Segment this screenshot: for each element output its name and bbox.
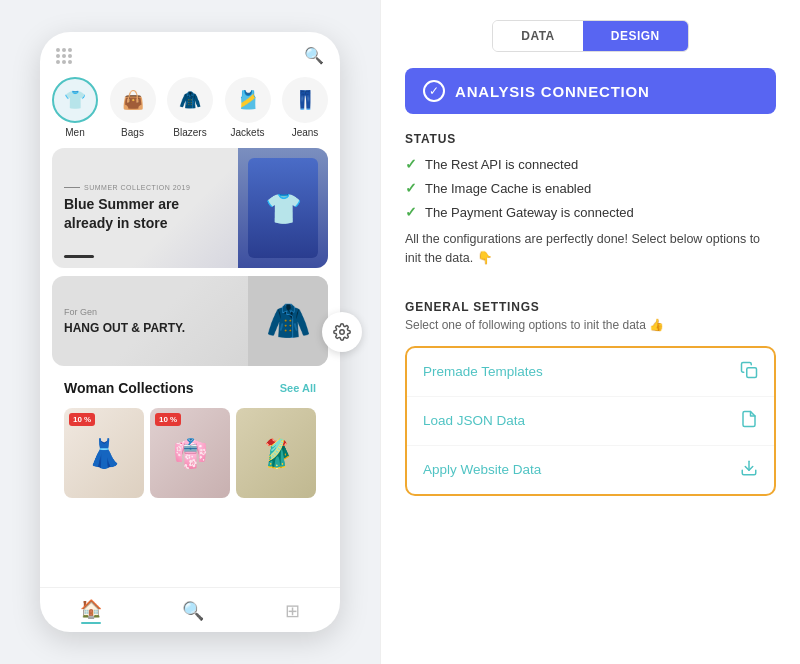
section-title: Woman Collections: [64, 380, 194, 396]
product-card-1[interactable]: 👗 10 %: [64, 408, 144, 498]
option-label-2: Load JSON Data: [423, 413, 525, 428]
check-icon-1: ✓: [405, 156, 417, 172]
banner-summer[interactable]: SUMMER COLLECTION 2019 Blue Summer are a…: [52, 148, 328, 268]
status-item-1: ✓ The Rest API is connected: [405, 156, 776, 172]
see-all-link[interactable]: See All: [280, 382, 316, 394]
status-text-3: The Payment Gateway is connected: [425, 205, 634, 220]
section-title-row: Woman Collections See All: [52, 374, 328, 400]
check-circle-icon: ✓: [423, 80, 445, 102]
banner-progress-bar: [64, 255, 94, 258]
svg-rect-1: [747, 367, 757, 377]
banner-2-image: 🧥: [248, 276, 328, 366]
option-icon-2: [740, 410, 758, 432]
menu-icon[interactable]: [56, 48, 72, 64]
analysis-title: ANALYSIS CONNECTION: [455, 83, 650, 100]
tab-data[interactable]: DATA: [493, 21, 583, 51]
status-item-3: ✓ The Payment Gateway is connected: [405, 204, 776, 220]
banner-2-title: HANG OUT & PARTY.: [64, 321, 236, 335]
options-box: Premade Templates Load JSON Data: [405, 346, 776, 496]
check-icon-3: ✓: [405, 204, 417, 220]
banner-hangout[interactable]: For Gen HANG OUT & PARTY. 🧥: [52, 276, 328, 366]
analysis-connection-bar: ✓ ANALYSIS CONNECTION: [405, 68, 776, 114]
nav-home[interactable]: 🏠: [80, 598, 102, 624]
status-text-1: The Rest API is connected: [425, 157, 578, 172]
option-load-json[interactable]: Load JSON Data: [407, 397, 774, 446]
status-section: STATUS ✓ The Rest API is connected ✓ The…: [405, 132, 776, 268]
option-icon-3: [740, 459, 758, 481]
option-premade-templates[interactable]: Premade Templates: [407, 348, 774, 397]
app-container: 🔍 👕 Men 👜 Bags 🧥 Blazers 🎽 Jac: [0, 0, 800, 664]
product-card-3[interactable]: 🥻: [236, 408, 316, 498]
category-list: 👕 Men 👜 Bags 🧥 Blazers 🎽 Jackets 👖: [40, 73, 340, 148]
category-bags[interactable]: 👜 Bags: [110, 77, 156, 138]
banner-1-image: 👕: [238, 148, 328, 268]
svg-point-0: [340, 330, 345, 335]
general-settings-section: GENERAL SETTINGS Select one of following…: [405, 300, 776, 496]
tab-design[interactable]: DESIGN: [583, 21, 688, 51]
option-icon-1: [740, 361, 758, 383]
category-jackets[interactable]: 🎽 Jackets: [225, 77, 271, 138]
check-icon-2: ✓: [405, 180, 417, 196]
status-heading: STATUS: [405, 132, 776, 146]
option-apply-website[interactable]: Apply Website Data: [407, 446, 774, 494]
phone-nav: 🏠 🔍 ⊞: [40, 587, 340, 632]
tab-row: DATA DESIGN: [492, 20, 689, 52]
category-jeans[interactable]: 👖 Jeans: [282, 77, 328, 138]
nav-grid[interactable]: ⊞: [285, 600, 300, 622]
nav-search[interactable]: 🔍: [182, 600, 204, 622]
discount-badge-2: 10 %: [155, 413, 181, 426]
left-panel: 🔍 👕 Men 👜 Bags 🧥 Blazers 🎽 Jac: [0, 0, 380, 664]
phone-header: 🔍: [40, 32, 340, 73]
general-heading: GENERAL SETTINGS: [405, 300, 776, 314]
category-men[interactable]: 👕 Men: [52, 77, 98, 138]
category-blazers[interactable]: 🧥 Blazers: [167, 77, 213, 138]
banner-area: SUMMER COLLECTION 2019 Blue Summer are a…: [40, 148, 340, 587]
product-grid: 👗 10 % 👘 10 % 🥻: [52, 408, 328, 506]
option-label-1: Premade Templates: [423, 364, 543, 379]
right-panel: DATA DESIGN ✓ ANALYSIS CONNECTION STATUS…: [380, 0, 800, 664]
general-subtext: Select one of following options to init …: [405, 318, 776, 332]
gear-button[interactable]: [322, 312, 362, 352]
search-icon[interactable]: 🔍: [304, 46, 324, 65]
status-item-2: ✓ The Image Cache is enabled: [405, 180, 776, 196]
phone-mockup: 🔍 👕 Men 👜 Bags 🧥 Blazers 🎽 Jac: [40, 32, 340, 632]
product-card-2[interactable]: 👘 10 %: [150, 408, 230, 498]
banner-1-title: Blue Summer are already in store: [64, 195, 226, 231]
status-note: All the configurations are perfectly don…: [405, 230, 776, 268]
status-text-2: The Image Cache is enabled: [425, 181, 591, 196]
discount-badge-1: 10 %: [69, 413, 95, 426]
option-label-3: Apply Website Data: [423, 462, 541, 477]
